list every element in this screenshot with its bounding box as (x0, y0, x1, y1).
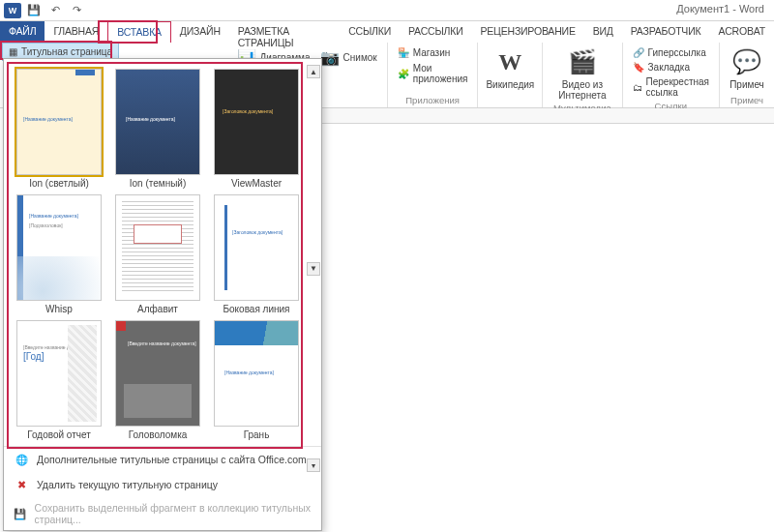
expand-gallery-button[interactable]: ▾ (307, 458, 320, 472)
wikipedia-button[interactable]: W Википедия (486, 46, 534, 90)
tab-mailings[interactable]: РАССЫЛКИ (400, 21, 472, 43)
gallery-item-annual-report[interactable]: [Введите название документа][Год] Годово… (14, 320, 104, 440)
office-icon: 🌐 (14, 452, 29, 467)
delete-icon: ✖ (14, 477, 29, 492)
group-wikipedia: W Википедия (478, 43, 543, 107)
tab-layout[interactable]: РАЗМЕТКА СТРАНИЦЫ (229, 21, 340, 43)
gallery-item-viewmaster[interactable]: [Заголовок документа] ViewMaster (211, 69, 302, 189)
title-bar: W 💾 ↶ ↷ Документ1 - Word (0, 0, 774, 21)
save-selection-button: 💾 Сохранить выделенный фрагмент в коллек… (4, 497, 321, 530)
gallery-item-ion-dark[interactable]: [Название документа] Ion (темный) (112, 69, 203, 189)
scroll-down-button[interactable]: ▼ (307, 262, 320, 276)
store-button[interactable]: 🏪Магазин (396, 46, 453, 59)
tab-developer[interactable]: РАЗРАБОТЧИК (622, 21, 710, 43)
online-video-button[interactable]: 🎬 Видео из Интернета (551, 46, 613, 101)
document-title: Документ1 - Word (676, 3, 764, 15)
link-icon: 🔗 (633, 47, 644, 58)
gallery-item-facet[interactable]: [Название документа] Грань (211, 320, 302, 440)
hyperlink-button[interactable]: 🔗Гиперссылка (631, 46, 708, 59)
tab-file[interactable]: ФАЙЛ (0, 21, 45, 43)
video-icon: 🎬 (567, 46, 598, 77)
tab-references[interactable]: ССЫЛКИ (340, 21, 400, 43)
save-button[interactable]: 💾 (25, 2, 43, 19)
gallery-item-sideline[interactable]: [Заголовок документа] Боковая линия (211, 194, 302, 314)
wikipedia-icon: W (494, 46, 525, 77)
store-icon: 🏪 (398, 47, 409, 58)
tab-home[interactable]: ГЛАВНАЯ (45, 21, 107, 43)
ribbon-tabs: ФАЙЛ ГЛАВНАЯ ВСТАВКА ДИЗАЙН РАЗМЕТКА СТР… (0, 21, 774, 43)
cover-page-gallery: [Название документа] Ion (светлый) [Назв… (3, 58, 322, 531)
scroll-up-button[interactable]: ▲ (307, 65, 320, 78)
gallery-item-whisp[interactable]: [Название документа][Подзаголовок] Whisp (14, 194, 104, 314)
comment-button[interactable]: 💬 Примеч (728, 46, 766, 90)
apps-icon: 🧩 (398, 69, 409, 79)
tab-review[interactable]: РЕЦЕНЗИРОВАНИЕ (472, 21, 584, 43)
comment-icon: 💬 (731, 46, 762, 77)
tab-view[interactable]: ВИД (584, 21, 622, 43)
quick-access-toolbar: W 💾 ↶ ↷ (0, 2, 85, 19)
tab-insert[interactable]: ВСТАВКА (107, 21, 171, 43)
gallery-thumbnails: [Название документа] Ion (светлый) [Назв… (4, 59, 321, 446)
group-label: Приложения (396, 93, 470, 105)
tab-design[interactable]: ДИЗАЙН (171, 21, 229, 43)
gallery-item-puzzle[interactable]: [Введите название документа] Головоломка (112, 320, 203, 440)
group-comments: 💬 Примеч Примеч (720, 43, 774, 107)
my-apps-button[interactable]: 🧩Мои приложения (396, 62, 470, 85)
gallery-footer: 🌐 Дополнительные титульные страницы с са… (4, 446, 321, 530)
screenshot-button[interactable]: 📷Снимок (318, 46, 379, 68)
remove-cover-page-button[interactable]: ✖ Удалить текущую титульную страницу (4, 472, 321, 497)
gallery-item-alphabet[interactable]: Алфавит (112, 194, 203, 314)
group-apps: 🏪Магазин 🧩Мои приложения Приложения (388, 43, 479, 107)
crossref-icon: 🗂 (633, 82, 642, 93)
bookmark-button[interactable]: 🔖Закладка (631, 61, 692, 74)
cross-ref-button[interactable]: 🗂Перекрестная ссылка (631, 75, 711, 99)
bookmark-icon: 🔖 (633, 62, 644, 73)
redo-button[interactable]: ↷ (68, 2, 85, 19)
cover-page-label: Титульная страница (21, 46, 112, 57)
camera-icon: 📷 (320, 47, 340, 67)
tab-acrobat[interactable]: ACROBAT (709, 21, 774, 43)
group-media: 🎬 Видео из Интернета Мультимедиа (543, 43, 622, 107)
group-label: Примеч (728, 93, 766, 105)
more-from-office-button[interactable]: 🌐 Дополнительные титульные страницы с са… (4, 447, 321, 472)
page-icon: ▦ (9, 46, 17, 57)
group-links: 🔗Гиперссылка 🔖Закладка 🗂Перекрестная ссы… (623, 43, 720, 107)
save-selection-icon: 💾 (14, 506, 27, 521)
gallery-item-ion-light[interactable]: [Название документа] Ion (светлый) (14, 69, 104, 189)
gallery-scrollbar: ▲ ▼ ▾ (306, 65, 321, 472)
word-app-icon: W (4, 3, 21, 18)
undo-button[interactable]: ↶ (46, 2, 64, 19)
